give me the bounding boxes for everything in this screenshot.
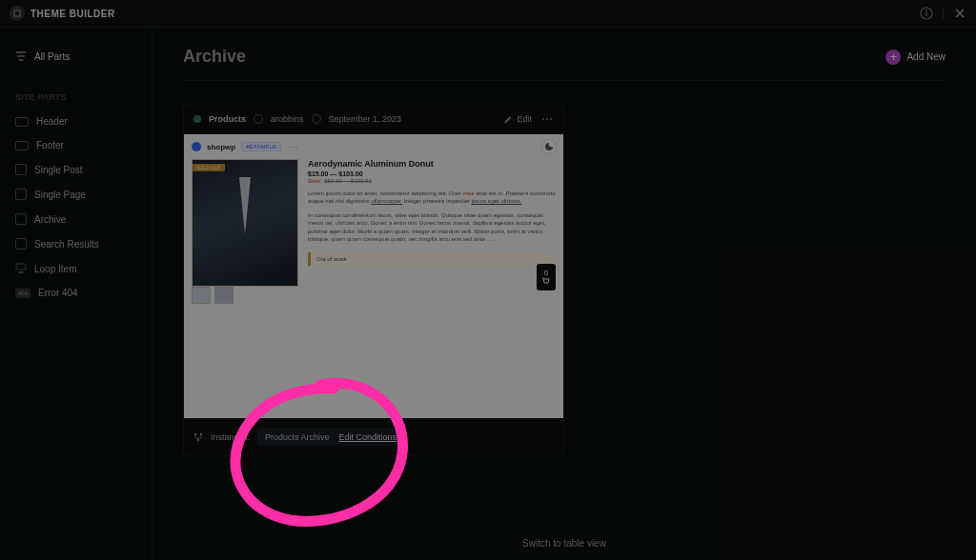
sidebar-item-header[interactable]: Header <box>0 110 152 133</box>
sidebar-item-label: Header <box>36 116 68 127</box>
pencil-icon <box>504 115 513 124</box>
sidebar-item-label: Error 404 <box>38 288 78 298</box>
product-price: $15.00 — $103.00 <box>308 170 556 177</box>
sidebar-section-label: SITE PARTS <box>0 92 152 102</box>
thumbnail <box>214 287 234 304</box>
svg-point-8 <box>200 433 202 435</box>
single-post-icon <box>15 164 27 175</box>
sidebar-item-label: Single Page <box>34 190 86 200</box>
preview-more-icon: ⋯ <box>289 142 298 152</box>
template-card: Products arobbins September 1, 2023 Edit… <box>183 104 564 456</box>
switch-view-link[interactable]: Switch to table view <box>522 538 606 549</box>
sold-out-badge: SOLD OUT <box>193 164 225 171</box>
card-date: September 1, 2023 <box>329 114 402 124</box>
sidebar-item-label: Loop Item <box>34 264 76 274</box>
plus-icon: + <box>885 50 901 65</box>
sidebar-item-archive[interactable]: Archive <box>0 207 152 231</box>
product-paragraph-1: Lorem ipsum dolor sit amet, consectetur … <box>308 190 556 206</box>
cart-count: 0 <box>544 270 548 276</box>
product-title: Aerodynamic Aluminum Donut <box>308 159 556 169</box>
page-title: Archive <box>183 47 246 67</box>
product-paragraph-2: In consequat condimentum lacus, vitae eg… <box>308 211 556 244</box>
card-footer: Instances: Products Archive Edit Conditi… <box>184 419 563 455</box>
sidebar: All Parts SITE PARTS Header Footer Singl… <box>0 28 152 560</box>
instance-name: Products Archive <box>265 432 330 442</box>
sidebar-item-single-post[interactable]: Single Post <box>0 157 152 182</box>
moon-icon <box>542 140 556 153</box>
sale-label: Sale! <box>308 178 321 184</box>
preview-body: SOLD OUT Aerodynamic Aluminum Donut $15.… <box>184 159 563 287</box>
product-info: Aerodynamic Aluminum Donut $15.00 — $103… <box>308 159 556 287</box>
edit-conditions-link[interactable]: Edit Conditions <box>339 432 397 442</box>
search-results-icon <box>15 238 27 250</box>
card-header: Products arobbins September 1, 2023 Edit… <box>184 105 563 133</box>
thumbnail-row <box>192 287 234 304</box>
sidebar-item-single-page[interactable]: Single Page <box>0 182 152 207</box>
cart-icon: 0 <box>537 264 556 290</box>
svg-rect-6 <box>18 271 24 273</box>
preview-brand: shopwp <box>207 143 235 151</box>
sidebar-all-parts[interactable]: All Parts <box>0 43 152 70</box>
sidebar-item-error-404[interactable]: 404 Error 404 <box>0 281 152 305</box>
product-sale: Sale! $52.00 — $103.00 <box>308 178 556 184</box>
svg-rect-1 <box>15 11 19 15</box>
instance-chip: Products Archive Edit Conditions <box>257 429 404 446</box>
add-new-label: Add New <box>906 51 946 62</box>
sidebar-item-label: Footer <box>36 140 64 150</box>
more-icon[interactable]: ⋯ <box>541 112 554 126</box>
price-old: $52.00 — $103.00 <box>324 178 371 184</box>
brand-label: THEME BUILDER <box>30 9 115 19</box>
preview-topbar: shopwp #EXAMPLE ⋯ <box>184 134 563 159</box>
card-preview[interactable]: shopwp #EXAMPLE ⋯ SOLD OUT Aerodynamic A… <box>184 133 563 419</box>
info-icon[interactable] <box>920 7 933 20</box>
card-author: arobbins <box>271 114 304 124</box>
clock-icon <box>312 114 321 124</box>
single-page-icon <box>15 189 27 200</box>
svg-point-3 <box>925 10 927 11</box>
instances-label: Instances: <box>211 432 250 442</box>
user-icon <box>254 114 263 124</box>
tree-icon <box>193 432 203 442</box>
out-of-stock-notice: Out of stock <box>308 252 556 266</box>
sidebar-item-search-results[interactable]: Search Results <box>0 231 152 256</box>
image-placeholder <box>239 177 251 234</box>
sidebar-all-parts-label: All Parts <box>34 51 70 62</box>
footer-icon <box>15 141 29 150</box>
filter-icon <box>15 50 27 62</box>
add-new-button[interactable]: + Add New <box>885 50 946 65</box>
sidebar-item-label: Search Results <box>34 239 99 250</box>
topbar-divider <box>943 7 944 20</box>
sidebar-item-label: Archive <box>34 214 66 225</box>
sidebar-item-footer[interactable]: Footer <box>0 133 152 157</box>
thumbnail <box>192 287 211 304</box>
preview-badge: #EXAMPLE <box>241 142 281 151</box>
edit-button[interactable]: Edit <box>504 114 532 124</box>
status-dot-icon <box>193 115 201 123</box>
brand-icon <box>10 6 25 21</box>
loop-item-icon <box>15 263 27 274</box>
sidebar-item-loop-item[interactable]: Loop Item <box>0 256 152 281</box>
main: Archive + Add New Products arobbins Sept… <box>152 28 976 560</box>
page-header: Archive + Add New <box>183 47 946 81</box>
product-image: SOLD OUT <box>192 159 298 287</box>
topbar: THEME BUILDER <box>0 0 976 27</box>
close-icon[interactable] <box>953 7 966 20</box>
card-title: Products <box>209 114 246 124</box>
svg-rect-5 <box>16 264 26 270</box>
error-404-icon: 404 <box>15 289 30 298</box>
sidebar-item-label: Single Post <box>34 165 83 175</box>
archive-icon <box>15 213 27 225</box>
shopwp-logo-icon <box>192 142 201 151</box>
edit-label: Edit <box>517 114 532 124</box>
svg-rect-4 <box>925 12 926 16</box>
header-icon <box>15 117 29 127</box>
svg-point-7 <box>194 433 196 435</box>
